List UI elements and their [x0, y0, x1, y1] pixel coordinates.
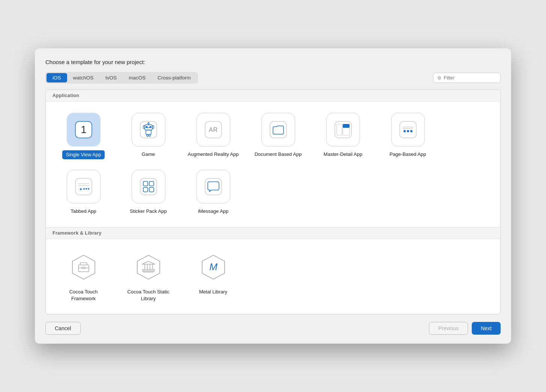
sticker-pack-app-label: Sticker Pack App — [128, 207, 169, 215]
sticker-pack-app-icon — [138, 177, 159, 197]
svg-rect-46 — [143, 271, 154, 272]
template-game[interactable]: Game — [117, 109, 179, 163]
metal-library-icon: M — [200, 254, 227, 281]
tab-ios[interactable]: iOS — [46, 73, 67, 82]
game-label: Game — [140, 150, 157, 159]
application-section: Application 1 Single View App — [46, 90, 500, 227]
cocoa-touch-static-library-icon — [135, 254, 162, 281]
svg-text:M: M — [209, 261, 218, 272]
template-master-detail-app[interactable]: Master-Detail App — [312, 109, 374, 163]
master-detail-app-label: Master-Detail App — [321, 150, 364, 159]
page-based-app-icon-wrapper — [391, 113, 425, 147]
svg-point-22 — [404, 130, 406, 132]
previous-button[interactable]: Previous — [429, 322, 468, 335]
new-project-dialog: Choose a template for your new project: … — [35, 48, 511, 344]
ar-app-icon-wrapper: AR — [196, 113, 230, 147]
platform-tab-group: iOS watchOS tvOS macOS Cross-platform — [45, 72, 198, 84]
tab-macos[interactable]: macOS — [123, 73, 152, 82]
svg-point-11 — [146, 126, 147, 128]
template-cocoa-touch-framework[interactable]: Cocoa Touch Framework — [52, 247, 114, 307]
ar-app-icon: AR — [203, 120, 224, 140]
svg-rect-34 — [140, 178, 157, 195]
bottom-bar: Cancel Previous Next — [45, 320, 501, 335]
tabbed-app-label: Tabbed App — [68, 207, 99, 215]
svg-text:AR: AR — [208, 127, 218, 133]
imessage-app-icon-wrapper — [196, 170, 230, 203]
game-icon-wrapper — [132, 113, 165, 147]
svg-rect-16 — [270, 121, 286, 138]
game-icon — [138, 120, 159, 140]
single-view-app-icon: 1 — [74, 120, 94, 140]
document-app-icon — [268, 120, 288, 140]
master-detail-app-icon-wrapper — [326, 113, 360, 147]
tab-watchos[interactable]: watchOS — [67, 73, 100, 82]
content-area: Application 1 Single View App — [45, 90, 501, 314]
template-ar-app[interactable]: AR Augmented Reality App — [182, 109, 244, 163]
dialog-title: Choose a template for your new project: — [45, 59, 501, 65]
template-single-view-app[interactable]: 1 Single View App — [52, 109, 114, 163]
next-button[interactable]: Next — [472, 322, 501, 335]
template-page-based-app[interactable]: Page-Based App — [377, 109, 439, 163]
top-bar: iOS watchOS tvOS macOS Cross-platform ⊜ — [45, 72, 501, 84]
svg-point-23 — [407, 130, 409, 132]
svg-point-12 — [150, 126, 151, 128]
template-tabbed-app[interactable]: ★ Tabbed App — [52, 166, 114, 219]
cancel-button[interactable]: Cancel — [45, 322, 81, 335]
svg-text:★: ★ — [79, 187, 82, 191]
master-detail-app-icon — [333, 120, 353, 140]
svg-marker-40 — [72, 255, 95, 279]
imessage-app-icon — [203, 177, 224, 197]
metal-library-icon-wrapper: M — [196, 250, 230, 284]
template-metal-library[interactable]: M Metal Library — [182, 247, 244, 307]
single-view-app-icon-wrapper: 1 — [67, 113, 100, 147]
framework-library-items: Cocoa Touch Framework — [46, 239, 500, 314]
ar-app-label: Augmented Reality App — [186, 150, 241, 159]
right-buttons: Previous Next — [429, 322, 501, 335]
svg-rect-20 — [343, 124, 350, 128]
framework-library-section-header: Framework & Library — [46, 227, 500, 239]
document-app-label: Document Based App — [252, 150, 304, 159]
tab-crossplatform[interactable]: Cross-platform — [152, 73, 197, 82]
page-based-app-icon — [398, 120, 418, 140]
framework-library-section: Framework & Library — [46, 227, 500, 314]
template-document-app[interactable]: Document Based App — [247, 109, 309, 163]
svg-rect-21 — [400, 121, 416, 138]
template-imessage-app[interactable]: iMessage App — [182, 166, 244, 219]
application-items: 1 Single View App — [46, 102, 500, 227]
svg-point-32 — [86, 188, 87, 190]
template-cocoa-touch-static-library[interactable]: Cocoa Touch Static Library — [117, 247, 179, 307]
svg-point-31 — [83, 188, 85, 190]
svg-point-33 — [88, 188, 89, 190]
sticker-pack-app-icon-wrapper — [132, 170, 165, 203]
filter-input[interactable] — [444, 75, 489, 81]
cocoa-touch-framework-icon — [70, 254, 97, 281]
tab-tvos[interactable]: tvOS — [99, 73, 123, 82]
svg-rect-27 — [75, 178, 92, 195]
imessage-app-label: iMessage App — [196, 207, 231, 215]
document-app-icon-wrapper — [261, 113, 295, 147]
svg-marker-44 — [137, 255, 160, 279]
cocoa-touch-static-library-icon-wrapper — [132, 250, 165, 284]
svg-point-24 — [410, 130, 412, 132]
svg-text:1: 1 — [81, 124, 87, 135]
filter-icon: ⊜ — [437, 75, 441, 81]
page-based-app-label: Page-Based App — [387, 150, 429, 159]
application-section-header: Application — [46, 90, 500, 102]
cocoa-touch-framework-label: Cocoa Touch Framework — [56, 288, 111, 303]
single-view-app-label: Single View App — [62, 150, 105, 159]
svg-rect-41 — [78, 265, 89, 272]
template-sticker-pack-app[interactable]: Sticker Pack App — [117, 166, 179, 219]
tabbed-app-icon: ★ — [74, 177, 94, 197]
metal-library-label: Metal Library — [197, 288, 230, 296]
filter-box[interactable]: ⊜ — [433, 73, 501, 83]
cocoa-touch-static-library-label: Cocoa Touch Static Library — [120, 288, 176, 303]
cocoa-touch-framework-icon-wrapper — [67, 250, 100, 284]
tabbed-app-icon-wrapper: ★ — [67, 170, 100, 203]
